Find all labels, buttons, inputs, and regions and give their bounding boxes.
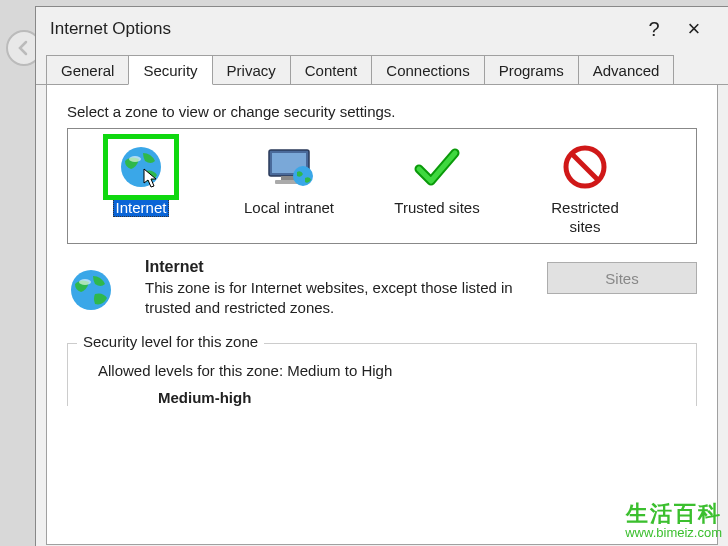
security-level-frame: Allowed levels for this zone: Medium to … [67,343,697,406]
tab-strip: General Security Privacy Content Connect… [36,51,728,85]
zone-selector: Internet Local intranet [67,128,697,244]
tab-general[interactable]: General [46,55,129,84]
dialog-title: Internet Options [50,19,634,39]
zone-label: Local intranet [244,199,334,237]
help-button[interactable]: ? [634,18,674,41]
tab-connections[interactable]: Connections [371,55,484,84]
zone-label: Restricted sites [551,199,619,237]
svg-point-6 [293,166,313,186]
security-level-frame-label: Security level for this zone [77,333,264,350]
titlebar: Internet Options ? × [36,7,728,51]
watermark-text: 生活百科 [625,502,722,526]
tab-security[interactable]: Security [128,55,212,85]
svg-point-10 [79,279,91,285]
zone-instruction: Select a zone to view or change security… [67,103,697,120]
tab-advanced[interactable]: Advanced [578,55,675,84]
zone-detail-text: Internet This zone is for Internet websi… [145,258,521,319]
security-panel: Select a zone to view or change security… [46,85,718,545]
close-button[interactable]: × [674,16,714,42]
monitor-globe-icon [256,139,322,195]
watermark: 生活百科 www.bimeiz.com [625,502,722,540]
zone-trusted-sites[interactable]: Trusted sites [372,139,502,237]
watermark-url: www.bimeiz.com [625,526,722,540]
svg-point-9 [71,270,111,310]
checkmark-icon [404,139,470,195]
zone-local-intranet[interactable]: Local intranet [224,139,354,237]
no-entry-icon [552,139,618,195]
zone-label: Internet [113,199,170,237]
tab-privacy[interactable]: Privacy [212,55,291,84]
globe-icon [108,139,174,195]
tab-content[interactable]: Content [290,55,373,84]
zone-label: Trusted sites [394,199,479,237]
internet-options-dialog: Internet Options ? × General Security Pr… [35,6,728,546]
tab-programs[interactable]: Programs [484,55,579,84]
zone-detail: Internet This zone is for Internet websi… [67,258,697,319]
security-level-group: Security level for this zone Allowed lev… [67,343,697,406]
zone-detail-description: This zone is for Internet websites, exce… [145,278,521,319]
zone-internet[interactable]: Internet [76,139,206,237]
zone-restricted-sites[interactable]: Restricted sites [520,139,650,237]
globe-icon [67,258,131,319]
zone-detail-title: Internet [145,258,521,276]
svg-point-1 [129,156,141,162]
current-level-text: Medium-high [158,389,680,406]
allowed-levels-text: Allowed levels for this zone: Medium to … [98,362,680,379]
sites-button[interactable]: Sites [547,262,697,294]
svg-point-0 [121,147,161,187]
